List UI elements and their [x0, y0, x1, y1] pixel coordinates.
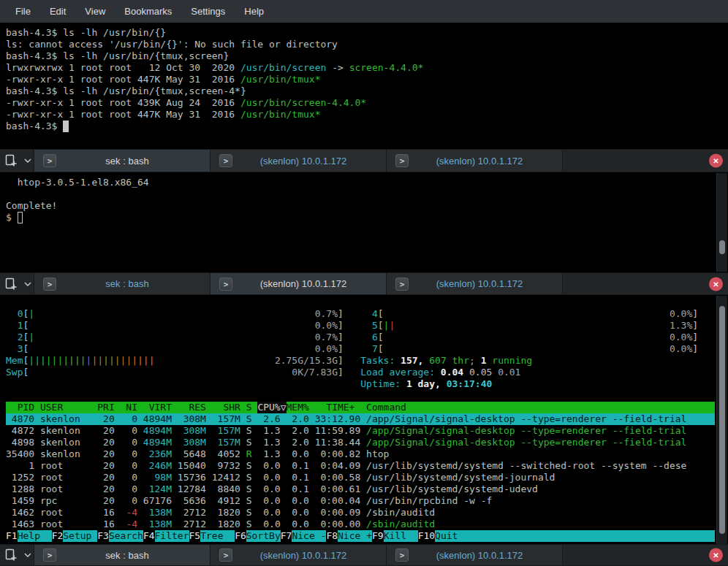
- terminal-text-segment: 12784 8840 S 0.0 0.1 0:00.61: [172, 483, 366, 495]
- menu-item-edit[interactable]: Edit: [40, 0, 75, 23]
- menu-item-file[interactable]: File: [6, 0, 40, 23]
- terminal-text-segment: bash-4.3$ ls -lh /usr/bin/{tmux,screen}: [6, 50, 229, 62]
- terminal-text-segment: 236M: [137, 448, 172, 460]
- tab-label: (skenlon) 10.0.1.172: [250, 278, 347, 289]
- terminal-text-segment: [29, 343, 314, 355]
- terminal-text-segment: 2: [6, 332, 23, 343]
- menu-item-bookmarks[interactable]: Bookmarks: [115, 0, 181, 23]
- terminal-line: bash-4.3$: [6, 121, 715, 132]
- terminal-text-segment: [: [378, 332, 384, 343]
- terminal-text-segment: ]: [692, 343, 698, 355]
- terminal-text-segment: 4894M 308M 157M: [137, 425, 240, 437]
- terminal-text-segment: [: [23, 343, 29, 355]
- chevron-down-icon[interactable]: [22, 150, 34, 172]
- terminal-text-segment: -4: [126, 519, 137, 530]
- terminal-icon: >: [219, 278, 232, 291]
- terminal-text-segment: 1: [6, 320, 23, 332]
- tab[interactable]: >(skenlon) 10.0.1.172: [387, 150, 563, 172]
- terminal-text-segment: 03:17:40: [447, 378, 493, 390]
- tab[interactable]: >sek : bash: [34, 150, 211, 172]
- menu-item-view[interactable]: View: [75, 0, 115, 23]
- close-glyph: ✕: [709, 277, 723, 291]
- terminal-line: 1288 root 20 0 124M 12784 8840 S 0.0 0.1…: [6, 483, 715, 495]
- terminal-line: -rwxr-xr-x 1 root root 447K May 31 2016 …: [6, 109, 715, 121]
- scrollbar-middle[interactable]: [716, 173, 727, 272]
- terminal-text-segment: |: [384, 320, 390, 332]
- terminal-text-segment: Setup: [63, 530, 97, 542]
- terminal-text-segment: [6, 378, 360, 390]
- terminal-line: PID USER PRI NI VIRT RES SHR S CPU%▽MEM%…: [6, 402, 715, 413]
- terminal-text-segment: 1.3 0.0 0:00.82 htop: [252, 448, 390, 460]
- new-tab-button[interactable]: [0, 273, 22, 294]
- terminal-text-segment: Nice +: [338, 530, 372, 542]
- terminal-text-segment: ||||||||||: [29, 355, 86, 367]
- terminal-text-segment: [344, 367, 360, 378]
- tab[interactable]: >sek : bash: [34, 545, 211, 565]
- terminal-text-segment: 4872 skenlon 20 0: [6, 425, 137, 437]
- terminal-text-segment: ->: [326, 62, 349, 74]
- terminal-text-segment: ]: [692, 308, 698, 320]
- terminal-text-segment: 6: [360, 332, 377, 343]
- terminal-text-segment: [384, 308, 670, 320]
- terminal-line: lrwxrwxrwx 1 root root 12 Oct 30 2020 /u…: [6, 62, 715, 74]
- terminal-text-segment: [29, 367, 292, 378]
- scrollbar-htop[interactable]: [716, 296, 727, 544]
- terminal-pane-middle[interactable]: htop-3.0.5-1.el8.x86_64Complete!$: [0, 172, 728, 272]
- terminal-text-segment: Tree: [200, 530, 235, 542]
- chevron-down-icon[interactable]: [22, 545, 34, 565]
- close-icon[interactable]: ✕: [709, 277, 723, 291]
- terminal-text-segment: 1288 root 20 0: [6, 483, 137, 495]
- terminal-text-segment: SortBy: [246, 530, 281, 542]
- terminal-line: -rwxr-xr-x 1 root root 439K Aug 24 2016 …: [6, 97, 715, 109]
- tab-label: (skenlon) 10.0.1.172: [426, 550, 523, 561]
- tab[interactable]: >sek : bash: [34, 273, 211, 294]
- tab-label: sek : bash: [95, 156, 148, 167]
- tab-label: (skenlon) 10.0.1.172: [250, 156, 347, 167]
- terminal-text-segment: 0.05: [469, 367, 498, 378]
- terminal-icon: >: [395, 548, 409, 562]
- menu-item-settings[interactable]: Settings: [181, 0, 235, 23]
- tab[interactable]: >(skenlon) 10.0.1.172: [211, 273, 387, 294]
- terminal-text-segment: 138M: [137, 519, 172, 530]
- terminal-line: Mem[|||||||||||||||||||||| 2.75G/15.3G] …: [6, 355, 715, 367]
- terminal-text-segment: /app/Signal/signal-desktop --type=render…: [366, 425, 686, 437]
- tab[interactable]: >(skenlon) 10.0.1.172: [211, 545, 387, 565]
- close-icon[interactable]: ✕: [709, 154, 723, 168]
- terminal-text-segment: |: [29, 332, 34, 343]
- terminal-text-segment: CPU%▽: [257, 402, 286, 413]
- close-icon[interactable]: ✕: [709, 548, 723, 562]
- terminal-pane-top[interactable]: bash-4.3$ ls -lh /usr/bin/{}ls: cannot a…: [0, 23, 728, 149]
- terminal-text-segment: 5648 4052: [172, 448, 246, 460]
- tab[interactable]: >(skenlon) 10.0.1.172: [387, 545, 563, 565]
- terminal-line: ls: cannot access '/usr/bin/{}': No such…: [6, 39, 715, 50]
- terminal-text-segment: [155, 355, 275, 367]
- scrollbar-thumb[interactable]: [719, 306, 725, 534]
- terminal-text-segment: [384, 343, 670, 355]
- tab-label: sek : bash: [95, 278, 148, 289]
- terminal-text-segment: /sbin/auditd: [366, 519, 435, 530]
- terminal-text-segment: F6: [235, 530, 246, 542]
- tab[interactable]: >(skenlon) 10.0.1.172: [211, 150, 387, 172]
- terminal-text-segment: ;: [469, 355, 481, 367]
- terminal-pane-htop[interactable]: 0[| 0.7%] 4[ 0.0%] 1[ 0.0%] 5[||: [0, 295, 728, 544]
- chevron-down-icon[interactable]: [22, 273, 34, 294]
- terminal-text-segment: [344, 320, 360, 332]
- close-glyph: ✕: [709, 548, 723, 562]
- tab-label: (skenlon) 10.0.1.172: [426, 278, 523, 289]
- terminal-text-segment: F8: [326, 530, 338, 542]
- terminal-text-segment: F7: [281, 530, 292, 542]
- terminal-text-segment: 157,: [401, 355, 429, 367]
- menu-item-help[interactable]: Help: [235, 0, 273, 23]
- terminal-text-segment: [29, 320, 314, 332]
- new-tab-button[interactable]: [0, 545, 22, 565]
- terminal-text-segment: /usr/bin/screen: [240, 62, 326, 74]
- scrollbar-thumb[interactable]: [719, 240, 725, 254]
- terminal-text-segment: Nice -: [292, 530, 326, 542]
- terminal-text-segment: 0.04: [441, 367, 469, 378]
- terminal-text-segment: |: [86, 355, 92, 367]
- terminal-text-segment: F10: [418, 530, 435, 542]
- terminal-text-segment: 0.7%: [315, 332, 338, 343]
- new-tab-button[interactable]: [0, 150, 22, 172]
- terminal-icon: >: [219, 548, 232, 562]
- tab[interactable]: >(skenlon) 10.0.1.172: [387, 273, 563, 294]
